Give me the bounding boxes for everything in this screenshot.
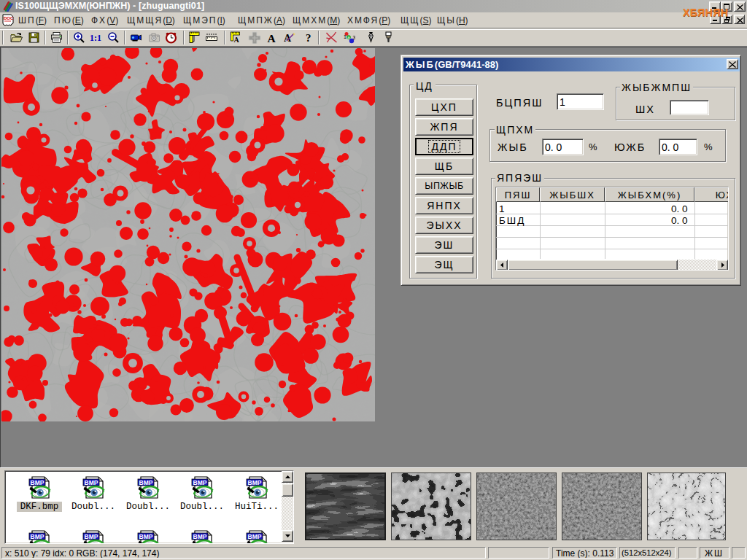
svg-text:BMP: BMP	[139, 479, 153, 486]
svg-text:BMP: BMP	[248, 533, 262, 540]
svg-text:1: 1	[344, 34, 347, 39]
svg-text:?: ?	[306, 32, 311, 44]
svg-text:BMP: BMP	[85, 479, 98, 486]
svg-text:A: A	[268, 32, 276, 44]
svg-text:BMP: BMP	[248, 479, 262, 486]
svg-text:1:1: 1:1	[90, 33, 101, 43]
svg-text:DOC: DOC	[4, 16, 14, 20]
svg-text:BMP: BMP	[31, 479, 44, 486]
svg-text:BMP: BMP	[193, 479, 207, 486]
svg-text:3: 3	[353, 35, 356, 40]
svg-text:BMP: BMP	[85, 533, 98, 540]
svg-text:BMP: BMP	[31, 533, 44, 540]
svg-text:BMP: BMP	[193, 533, 207, 540]
svg-text:A: A	[234, 36, 240, 44]
svg-text:BMP: BMP	[139, 533, 153, 540]
svg-text:A: A	[284, 33, 292, 44]
